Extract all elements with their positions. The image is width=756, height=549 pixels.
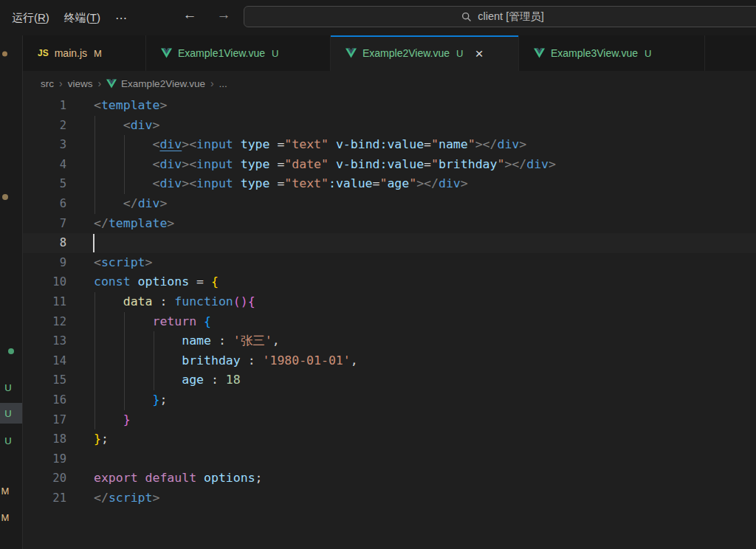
- token-b1: {: [211, 274, 219, 289]
- code-text[interactable]: name : '张三',: [94, 331, 280, 351]
- token-pun: <: [94, 98, 101, 112]
- code-line[interactable]: 19: [23, 449, 756, 469]
- line-number[interactable]: 18: [23, 429, 66, 449]
- code-text[interactable]: <template>: [94, 96, 167, 116]
- tab-label: Example2View.vue: [362, 47, 450, 59]
- indent-guide: [94, 135, 95, 155]
- code-text[interactable]: };: [94, 429, 109, 449]
- code-text[interactable]: brithday : '1980-01-01',: [94, 351, 358, 371]
- tab-example3view[interactable]: Example3View.vue U: [519, 35, 705, 71]
- code-line[interactable]: 8: [23, 233, 756, 253]
- line-number[interactable]: 21: [23, 488, 66, 508]
- git-untracked-badge: U: [645, 48, 651, 59]
- code-line[interactable]: 3 <div><input type ="text" v-bind:value=…: [23, 135, 756, 155]
- breadcrumb-symbol[interactable]: ...: [219, 78, 227, 89]
- code-text[interactable]: age : 18: [94, 370, 241, 390]
- line-number[interactable]: 4: [23, 155, 66, 175]
- line-number[interactable]: 15: [23, 370, 66, 390]
- line-number[interactable]: 13: [23, 331, 66, 351]
- token-pun: ><: [182, 137, 196, 151]
- code-text[interactable]: export default options;: [94, 469, 263, 488]
- code-text[interactable]: const options = {: [94, 272, 219, 292]
- code-text[interactable]: <div><input type ="text" v-bind:value="n…: [94, 135, 526, 155]
- line-number[interactable]: 5: [23, 174, 66, 194]
- tab-example1view[interactable]: Example1View.vue U: [146, 35, 331, 71]
- line-number[interactable]: 16: [23, 390, 66, 410]
- line-number[interactable]: 7: [23, 214, 66, 234]
- git-badge-untracked: U: [2, 408, 14, 419]
- nav-back-icon[interactable]: ←: [179, 7, 201, 23]
- code-line[interactable]: 14 brithday : '1980-01-01',: [23, 351, 756, 371]
- code-text[interactable]: <script>: [94, 253, 152, 273]
- token-op: ,: [351, 353, 358, 367]
- token-attr: type: [241, 157, 270, 171]
- code-text[interactable]: data : function(){: [94, 292, 255, 312]
- breadcrumb-src[interactable]: src: [41, 78, 54, 89]
- menu-run[interactable]: 运行(R): [4, 8, 57, 28]
- line-number[interactable]: 14: [23, 351, 66, 371]
- token-pln: [196, 471, 204, 485]
- line-number[interactable]: 10: [23, 272, 66, 292]
- close-icon[interactable]: ×: [475, 46, 483, 61]
- code-line[interactable]: 10const options = {: [23, 272, 756, 292]
- code-text[interactable]: <div><input type ="date" v-bind:value="b…: [94, 155, 556, 175]
- token-op: =: [189, 274, 211, 289]
- token-op: =: [269, 137, 284, 151]
- code-line[interactable]: 11 data : function(){: [23, 292, 756, 312]
- tab-bar: JS main.js M Example1View.vue U Example2…: [23, 35, 756, 71]
- indent-guide: [94, 410, 95, 430]
- breadcrumb-views[interactable]: views: [68, 78, 93, 89]
- code-text[interactable]: <div>: [94, 116, 159, 136]
- line-number[interactable]: 8: [23, 233, 66, 253]
- line-number[interactable]: 9: [23, 253, 66, 273]
- code-line[interactable]: 9<script>: [23, 253, 756, 273]
- line-number[interactable]: 6: [23, 194, 66, 214]
- code-text[interactable]: }: [94, 410, 131, 430]
- explorer-strip[interactable]: UUUMM: [0, 35, 23, 549]
- token-op: :: [211, 334, 233, 348]
- token-pun: <: [152, 176, 159, 190]
- code-line[interactable]: 17 }: [23, 410, 756, 430]
- token-pln: [233, 157, 241, 171]
- code-line[interactable]: 18};: [23, 429, 756, 449]
- line-number[interactable]: 2: [23, 116, 66, 136]
- code-area[interactable]: 1<template>2 <div>3 <div><input type ="t…: [23, 96, 756, 549]
- code-line[interactable]: 4 <div><input type ="date" v-bind:value=…: [23, 155, 756, 175]
- line-number[interactable]: 1: [23, 96, 66, 116]
- line-number[interactable]: 11: [23, 292, 66, 312]
- menu-run-suffix: ): [46, 11, 49, 24]
- token-attr: type: [241, 137, 270, 151]
- code-text[interactable]: </script>: [94, 488, 159, 508]
- menu-terminal[interactable]: 终端(T): [57, 8, 108, 28]
- code-line[interactable]: 6 </div>: [23, 194, 756, 214]
- breadcrumb-file[interactable]: Example2View.vue: [106, 78, 205, 89]
- token-pun: >: [167, 216, 174, 230]
- code-line[interactable]: 5 <div><input type ="text":value="age"><…: [23, 174, 756, 194]
- tab-main-js[interactable]: JS main.js M: [23, 35, 146, 71]
- code-line[interactable]: 20export default options;: [23, 469, 756, 488]
- line-number[interactable]: 17: [23, 410, 66, 430]
- command-center-search[interactable]: client [管理员]: [244, 6, 756, 27]
- code-text[interactable]: };: [94, 390, 167, 410]
- nav-forward-icon[interactable]: →: [213, 7, 235, 23]
- line-number[interactable]: 19: [23, 449, 66, 469]
- code-text[interactable]: <div><input type ="text":value="age"></d…: [94, 174, 468, 194]
- more-menu-icon[interactable]: ⋯: [108, 8, 136, 28]
- token-pun: ></: [416, 176, 439, 190]
- tab-example2view[interactable]: Example2View.vue U ×: [331, 35, 519, 71]
- code-text[interactable]: return {: [94, 312, 211, 332]
- code-line[interactable]: 21</script>: [23, 488, 756, 508]
- code-text[interactable]: </template>: [94, 214, 174, 234]
- code-line[interactable]: 2 <div>: [23, 116, 756, 136]
- code-line[interactable]: 1<template>: [23, 96, 756, 116]
- code-line[interactable]: 16 };: [23, 390, 756, 410]
- line-number[interactable]: 20: [23, 469, 66, 488]
- code-line[interactable]: 15 age : 18: [23, 370, 756, 390]
- line-number[interactable]: 12: [23, 312, 66, 332]
- code-line[interactable]: 7</template>: [23, 214, 756, 234]
- code-line[interactable]: 12 return {: [23, 312, 756, 332]
- code-text[interactable]: </div>: [94, 194, 167, 214]
- code-line[interactable]: 13 name : '张三',: [23, 331, 756, 351]
- line-number[interactable]: 3: [23, 135, 66, 155]
- token-pun: <: [152, 137, 159, 151]
